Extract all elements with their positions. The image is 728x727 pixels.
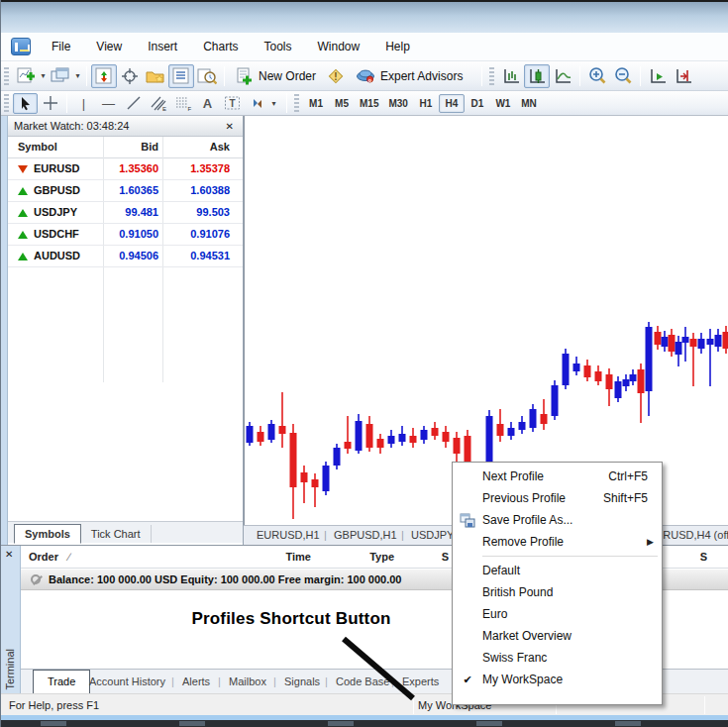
column-type[interactable]: Type	[328, 551, 394, 563]
market-watch-panel: Market Watch: 03:48:24 ✕ Symbol Bid Ask …	[8, 116, 244, 545]
new-order-button[interactable]: New Order	[229, 64, 323, 88]
menu-view[interactable]: View	[83, 36, 135, 57]
market-watch-close-button[interactable]: ✕	[223, 121, 237, 132]
tab-alerts[interactable]: Alerts	[182, 675, 210, 687]
column-s2[interactable]: S	[675, 551, 707, 563]
profiles-button[interactable]	[48, 64, 73, 88]
expert-advisors-button[interactable]: o Expert Advisors	[349, 64, 469, 87]
toolbar-grip[interactable]	[489, 67, 494, 85]
timeframe-mn-button[interactable]: MN	[516, 94, 542, 113]
terminal-close-button[interactable]: ✕	[5, 549, 13, 560]
symbol-row-usdchf[interactable]: USDCHF 0.91050 0.91076	[8, 224, 243, 246]
menu-help[interactable]: Help	[372, 36, 423, 57]
timeframe-m30-button[interactable]: M30	[383, 94, 412, 113]
navigator-button[interactable]	[143, 64, 168, 88]
toolbar-grip[interactable]	[4, 67, 9, 85]
candlestick-chart-button[interactable]	[524, 64, 550, 88]
toolbar-grip[interactable]	[294, 94, 299, 112]
menu-item-profile-market-overview[interactable]: Market Overview	[453, 625, 662, 647]
timeframe-h1-button[interactable]: H1	[413, 94, 439, 113]
column-s1[interactable]: S	[417, 551, 449, 563]
menu-file[interactable]: File	[39, 36, 83, 57]
menu-item-profile-default[interactable]: Default	[453, 560, 662, 581]
equidistant-channel-button[interactable]: E	[146, 93, 170, 114]
symbol-row-usdjpy[interactable]: USDJPY 99.481 99.503	[8, 202, 243, 224]
arrows-tool-button[interactable]	[245, 93, 269, 114]
arrows-tool-caret[interactable]: ▾	[269, 91, 278, 115]
chart-tab-eurusd-h1[interactable]: EURUSD,H1	[257, 529, 320, 541]
new-chart-caret[interactable]: ▾	[39, 64, 48, 88]
menu-item-next-profile[interactable]: Next Profile Ctrl+F5	[453, 466, 662, 487]
tab-tick-chart[interactable]: Tick Chart	[81, 525, 152, 543]
text-label-button[interactable]: T	[220, 93, 245, 114]
auto-trading-button[interactable]: !	[323, 64, 349, 88]
menu-item-profile-euro[interactable]: Euro	[453, 603, 662, 625]
zoom-out-button[interactable]	[610, 64, 636, 88]
trendline-icon	[126, 95, 142, 111]
tab-experts[interactable]: Experts	[402, 675, 439, 687]
text-button[interactable]: A	[195, 93, 220, 114]
tab-symbols[interactable]: Symbols	[14, 524, 81, 544]
tab-signals[interactable]: Signals	[284, 675, 320, 687]
market-watch-title-bar[interactable]: Market Watch: 03:48:24 ✕	[8, 116, 243, 137]
profiles-caret[interactable]: ▾	[73, 64, 82, 88]
zoom-in-button[interactable]	[584, 64, 610, 88]
svg-text:E: E	[162, 106, 166, 112]
vertical-line-button[interactable]: |	[71, 93, 96, 114]
chart-tab-gbpusd-h1[interactable]: GBPUSD,H1	[334, 529, 397, 541]
symbol-row-audusd[interactable]: AUDUSD 0.94506 0.94531	[8, 246, 243, 267]
timeframe-w1-button[interactable]: W1	[490, 94, 516, 113]
column-symbol[interactable]: Symbol	[18, 141, 57, 153]
menu-item-previous-profile[interactable]: Previous Profile Shift+F5	[453, 487, 662, 509]
submenu-arrow-icon: ▶	[647, 537, 662, 547]
timeframe-m5-button[interactable]: M5	[329, 94, 355, 113]
svg-text:F: F	[187, 106, 191, 112]
market-watch-icon	[95, 67, 113, 85]
strategy-tester-button[interactable]	[194, 64, 220, 88]
menu-item-label: Remove Profile	[482, 535, 647, 549]
sort-icon[interactable]: ∕	[68, 551, 70, 563]
data-window-button[interactable]	[117, 64, 143, 88]
cursor-button[interactable]	[13, 93, 38, 114]
timeframe-h4-button[interactable]: H4	[439, 94, 465, 113]
annotation-label: Profiles Shortcut Button	[167, 609, 415, 629]
new-chart-button[interactable]	[13, 64, 39, 88]
tab-mailbox[interactable]: Mailbox	[229, 675, 266, 687]
dock-edge[interactable]	[1, 116, 8, 545]
market-watch-toggle-button[interactable]	[91, 64, 117, 88]
crosshair-icon	[121, 67, 139, 85]
horizontal-line-button[interactable]: —	[96, 93, 121, 114]
terminal-dock-edge[interactable]: ✕ Terminal	[1, 546, 21, 694]
column-order[interactable]: Order	[29, 551, 58, 563]
symbol-row-gbpusd[interactable]: GBPUSD 1.60365 1.60388	[8, 180, 243, 202]
column-ask[interactable]: Ask	[138, 141, 230, 153]
menu-item-save-profile-as[interactable]: Save Profile As...	[453, 509, 662, 531]
menu-charts[interactable]: Charts	[190, 36, 251, 57]
menu-tools[interactable]: Tools	[252, 36, 305, 57]
tab-code-base[interactable]: Code Base	[336, 675, 389, 687]
crosshair-tool-button[interactable]	[38, 93, 62, 114]
timeframe-m15-button[interactable]: M15	[355, 94, 383, 113]
column-time[interactable]: Time	[219, 551, 311, 563]
fibonacci-button[interactable]: F	[170, 93, 195, 114]
menu-item-label: Euro	[482, 607, 662, 621]
tab-account-history[interactable]: Account History	[89, 675, 165, 687]
menu-window[interactable]: Window	[305, 36, 373, 57]
menu-item-remove-profile[interactable]: Remove Profile ▶	[453, 531, 662, 553]
line-chart-button[interactable]	[550, 64, 575, 88]
timeframe-m1-button[interactable]: M1	[303, 94, 329, 113]
bar-chart-button[interactable]	[498, 64, 524, 88]
menu-item-profile-swiss-franc[interactable]: Swiss Franc	[453, 647, 662, 669]
tab-trade[interactable]: Trade	[33, 670, 90, 693]
trendline-button[interactable]	[121, 93, 146, 114]
auto-scroll-button[interactable]	[645, 64, 671, 88]
toolbar-grip[interactable]	[4, 94, 9, 112]
chart-shift-button[interactable]	[671, 64, 696, 88]
symbol-row-eurusd[interactable]: EURUSD 1.35360 1.35378	[8, 158, 243, 180]
terminal-toggle-button[interactable]	[168, 64, 194, 88]
timeframe-d1-button[interactable]: D1	[465, 94, 490, 113]
menu-item-profile-british-pound[interactable]: British Pound	[453, 581, 662, 603]
window-title-bar[interactable]	[1, 0, 728, 33]
menu-insert[interactable]: Insert	[135, 36, 190, 57]
menu-item-profile-my-workspace[interactable]: ✔ My WorkSpace	[453, 669, 662, 690]
